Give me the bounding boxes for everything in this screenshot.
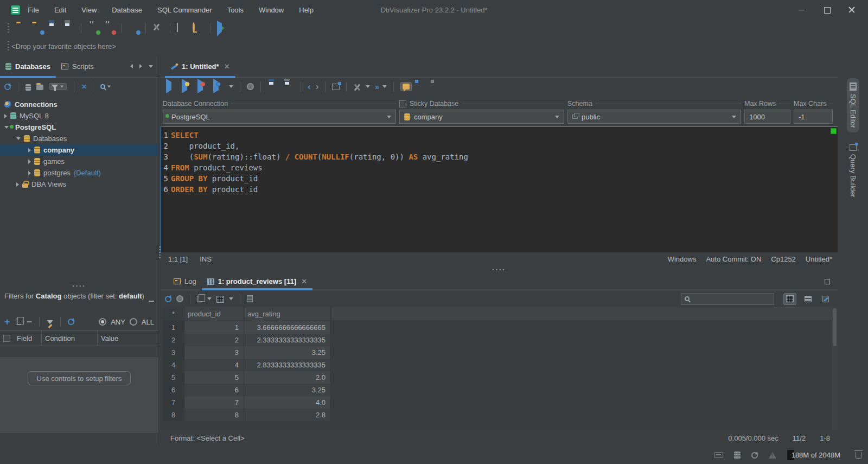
save-as-button[interactable] xyxy=(63,23,74,33)
menu-item-sql-commander[interactable]: SQL Commander xyxy=(157,6,212,14)
tab-prev-icon[interactable] xyxy=(130,64,133,68)
tree-item-games[interactable]: games xyxy=(0,156,158,167)
max-chars-input[interactable]: -1 xyxy=(794,110,833,124)
table-row[interactable]: 882.8 xyxy=(163,409,838,421)
chevron-down-icon[interactable] xyxy=(4,126,9,129)
close-tab-icon[interactable]: ✕ xyxy=(224,62,230,71)
copy-filter-button[interactable] xyxy=(16,319,21,325)
chevron-right-icon[interactable] xyxy=(28,160,31,164)
max-rows-input[interactable]: 1000 xyxy=(744,110,790,124)
table-row[interactable]: 333.25 xyxy=(163,346,838,359)
chevron-right-icon[interactable] xyxy=(28,148,31,152)
open-recent-button[interactable] xyxy=(32,23,43,33)
radio-all[interactable] xyxy=(130,318,137,326)
sticky-database-checkbox[interactable] xyxy=(399,100,406,107)
editor-save-button[interactable] xyxy=(267,82,278,92)
tab-query-builder[interactable]: Query Builder xyxy=(847,140,859,201)
menu-item-database[interactable]: Database xyxy=(112,6,142,14)
continue-options-icon[interactable] xyxy=(382,85,387,88)
disconnect-button[interactable] xyxy=(104,23,114,33)
chevron-down-icon[interactable] xyxy=(16,137,21,140)
table-row[interactable]: 442.8333333333333335 xyxy=(163,359,838,371)
execute-buffer-button[interactable] xyxy=(197,82,208,92)
tab-untitled-editor[interactable]: 1: Untitled* ✕ xyxy=(165,55,235,77)
edit-table-button[interactable] xyxy=(819,293,832,305)
sidebar-splitter-handle[interactable]: ···· xyxy=(0,282,158,289)
connections-status-icon[interactable] xyxy=(734,452,741,459)
execute-options-icon[interactable] xyxy=(229,85,233,88)
line-ending[interactable]: Windows xyxy=(668,255,697,263)
edit-filter-sets-button[interactable] xyxy=(47,320,53,324)
minimize-filters-icon[interactable] xyxy=(149,301,154,302)
sync-status-icon[interactable] xyxy=(751,452,758,459)
rerun-query-button[interactable] xyxy=(165,296,171,302)
grid-options-button[interactable] xyxy=(216,296,224,303)
grid-scrollbar[interactable] xyxy=(832,307,838,430)
table-row[interactable]: 663.25 xyxy=(163,384,838,396)
collapse-all-button[interactable]: ✕ xyxy=(81,83,86,91)
memory-indicator[interactable]: 188M of 2048M xyxy=(787,450,845,460)
stop-result-button[interactable] xyxy=(176,295,183,302)
favorites-drag-handle[interactable] xyxy=(8,41,9,51)
stop-button[interactable] xyxy=(247,83,254,90)
filter-col-value[interactable]: Value xyxy=(98,330,158,346)
warning-icon[interactable] xyxy=(769,452,776,459)
editor-settings-button[interactable] xyxy=(353,84,361,91)
menu-item-edit[interactable]: Edit xyxy=(54,6,66,14)
export-options-icon[interactable] xyxy=(207,297,212,300)
text-view-button[interactable] xyxy=(801,293,814,305)
locate-in-tree-button[interactable] xyxy=(100,84,111,89)
table-row[interactable]: 552.0 xyxy=(163,371,838,384)
chevron-right-icon[interactable] xyxy=(28,171,31,175)
filter-col-field[interactable]: Field xyxy=(14,330,42,346)
grid-options-menu-icon[interactable] xyxy=(229,297,233,300)
menu-item-tools[interactable]: Tools xyxy=(227,6,244,14)
close-icon[interactable] xyxy=(848,7,855,13)
result-as-grid-button[interactable] xyxy=(417,82,427,92)
results-splitter-handle[interactable]: ···· xyxy=(161,266,838,273)
encoding[interactable]: Cp1252 xyxy=(771,255,796,263)
remove-filter-button[interactable]: − xyxy=(27,319,33,325)
tree-item-postgresql[interactable]: PostgreSQL xyxy=(0,122,158,133)
editor-settings-menu-icon[interactable] xyxy=(366,85,370,88)
garbage-collect-icon[interactable] xyxy=(856,452,861,459)
scheduler-button[interactable] xyxy=(177,23,188,33)
sql-editor[interactable]: 1SELECT2 product_id,3 (SUM(rating)::floa… xyxy=(161,126,838,252)
history-forward-button[interactable]: › xyxy=(316,83,319,91)
tree-item-postgres[interactable]: postgres (Default) xyxy=(0,167,158,179)
filter-select-all-checkbox[interactable] xyxy=(3,335,10,342)
table-row[interactable]: 774.0 xyxy=(163,396,838,409)
maximize-icon[interactable] xyxy=(824,7,830,13)
create-connection-button[interactable] xyxy=(25,83,31,91)
tree-item-dba-views[interactable]: DBA Views xyxy=(0,179,158,190)
execute-button[interactable] xyxy=(166,82,177,92)
grid-col-rownum[interactable]: * xyxy=(163,307,184,321)
connection-select[interactable]: PostgreSQL xyxy=(163,110,396,124)
tree-item-company[interactable]: company xyxy=(0,144,158,156)
duplicate-connection-button[interactable] xyxy=(36,83,43,90)
minimize-icon[interactable] xyxy=(799,7,805,13)
tree-item-connections[interactable]: Connections xyxy=(0,99,158,110)
tab-list-icon[interactable] xyxy=(149,65,153,68)
tab-sql-editor[interactable]: SQL Editor xyxy=(847,78,859,132)
editor-save-as-button[interactable] xyxy=(283,82,294,92)
tab-log[interactable]: Log xyxy=(168,273,202,290)
tab-result-product-reviews[interactable]: 1: product_reviews [11] ✕ xyxy=(202,273,312,290)
menu-item-window[interactable]: Window xyxy=(259,6,284,14)
menu-item-file[interactable]: File xyxy=(28,6,39,14)
filter-col-condition[interactable]: Condition xyxy=(42,330,98,346)
maximize-results-icon[interactable] xyxy=(825,279,830,284)
database-select[interactable]: company xyxy=(399,110,564,124)
continue-execute-button[interactable]: » xyxy=(375,82,378,91)
grid-view-button[interactable] xyxy=(783,293,796,305)
keyboard-status-icon[interactable] xyxy=(714,452,723,458)
export-result-button[interactable] xyxy=(197,296,202,302)
grid-col-avg-rating[interactable]: avg_rating xyxy=(244,307,331,321)
grid-col-product-id[interactable]: product_id xyxy=(184,307,244,321)
save-button[interactable] xyxy=(48,23,59,33)
execute-current-button[interactable] xyxy=(182,82,193,92)
add-filter-button[interactable]: + xyxy=(4,318,10,326)
history-back-button[interactable]: ‹ xyxy=(308,83,311,91)
aggregate-button[interactable] xyxy=(247,295,253,302)
tab-scripts[interactable]: Scripts xyxy=(56,55,99,77)
